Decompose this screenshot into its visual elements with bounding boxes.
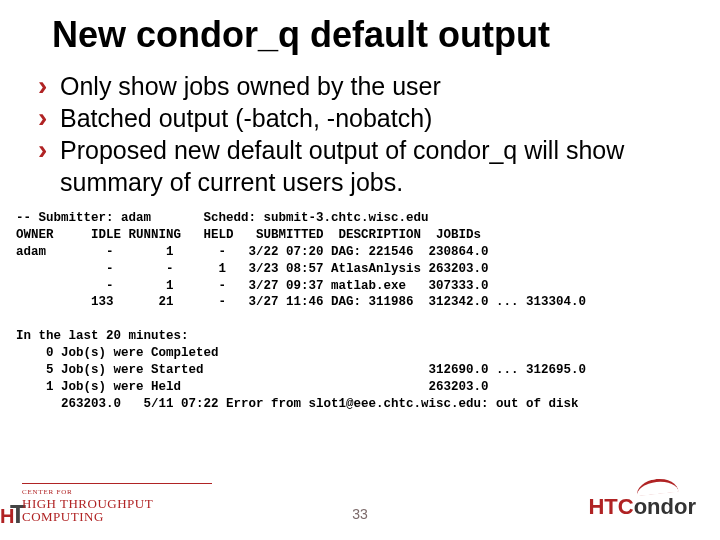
htc-left-logo: CENTER FOR HIGH THROUGHPUT COMPUTING [22, 483, 212, 524]
footer: H T CENTER FOR HIGH THROUGHPUT COMPUTING… [0, 472, 720, 532]
slide-title: New condor_q default output [52, 14, 690, 56]
term-row: adam - 1 - 3/22 07:20 DAG: 221546 230864… [16, 245, 489, 259]
bullet-list: Only show jobs owned by the user Batched… [38, 70, 690, 198]
term-summary-line: 0 Job(s) were Completed [16, 346, 219, 360]
bullet-item: Batched output (-batch, -nobatch) [38, 102, 690, 134]
term-summary-line: 263203.0 5/11 07:22 Error from slot1@eee… [16, 397, 579, 411]
htcondor-rest: ondor [634, 494, 696, 519]
bullet-item: Only show jobs owned by the user [38, 70, 690, 102]
term-summary-header: In the last 20 minutes: [16, 329, 189, 343]
term-summary-line: 5 Job(s) were Started 312690.0 ... 31269… [16, 363, 586, 377]
logo-line2: COMPUTING [22, 509, 104, 524]
htcondor-logo: HTCondor [588, 494, 696, 520]
page-number: 33 [352, 506, 368, 522]
term-row: - 1 - 3/27 09:37 matlab.exe 307333.0 [16, 279, 489, 293]
terminal-output: -- Submitter: adam Schedd: submit-3.chtc… [16, 210, 690, 413]
ht-monogram-icon: H T [0, 490, 22, 528]
term-row: 133 21 - 3/27 11:46 DAG: 311986 312342.0… [16, 295, 586, 309]
htcondor-ht: HTC [588, 494, 633, 519]
term-row: - - 1 3/23 08:57 AtlasAnlysis 263203.0 [16, 262, 489, 276]
term-columns: OWNER IDLE RUNNING HELD SUBMITTED DESCRI… [16, 228, 481, 242]
term-header: -- Submitter: adam Schedd: submit-3.chtc… [16, 211, 429, 225]
bullet-item: Proposed new default output of condor_q … [38, 134, 690, 198]
term-summary-line: 1 Job(s) were Held 263203.0 [16, 380, 489, 394]
